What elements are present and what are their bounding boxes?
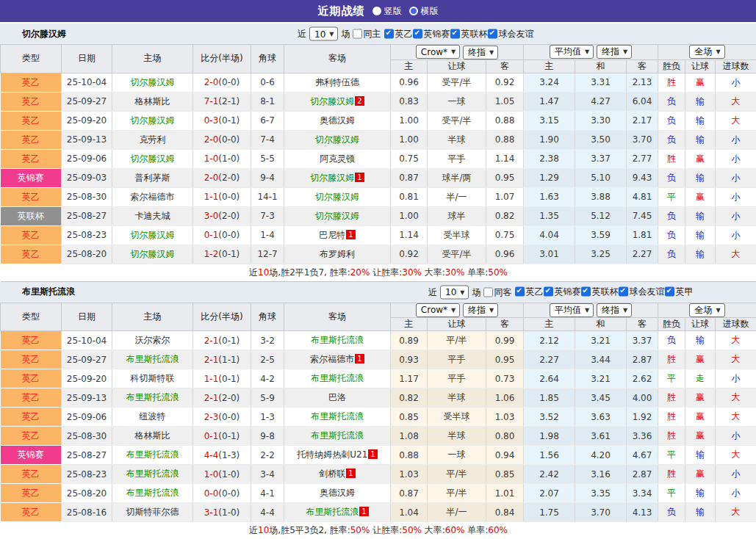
sub-column-header: 胜负: [658, 59, 685, 73]
avg-draw-cell: 3.59: [575, 225, 627, 245]
team-link[interactable]: 巴尼特: [319, 230, 345, 240]
team-link[interactable]: 布里斯托流浪: [311, 411, 364, 422]
team-link[interactable]: 切尔滕汉姆: [310, 96, 354, 106]
avg-away-cell: 9.43: [627, 168, 658, 187]
league-checkbox-英乙[interactable]: 英乙: [384, 27, 412, 40]
team-link[interactable]: 奥德汉姆: [320, 488, 355, 498]
team-link[interactable]: 切尔滕汉姆: [315, 134, 359, 145]
average-select[interactable]: 平均值▼: [550, 45, 594, 59]
away-team-cell: 切尔滕汉姆2: [284, 92, 391, 111]
same-venue-checkbox[interactable]: 同客: [483, 286, 511, 298]
same-venue-label: 同主: [363, 28, 381, 40]
team-link[interactable]: 纽波特: [140, 411, 166, 422]
odds-away-cell: 0.85: [486, 465, 524, 484]
team-link[interactable]: 切尔滕汉姆: [315, 211, 359, 221]
team-link[interactable]: 格林斯比: [135, 96, 170, 106]
team-link[interactable]: 布里斯托流浪: [126, 392, 179, 402]
team-link[interactable]: 格林斯比: [135, 430, 170, 441]
league-checkbox-英乙[interactable]: 英乙: [515, 286, 543, 298]
team-link[interactable]: 切尔滕汉姆: [131, 77, 175, 87]
odds-away-cell: 1.07: [486, 187, 524, 206]
team-name[interactable]: 切尔滕汉姆: [0, 28, 66, 40]
scope-select[interactable]: 全场▼: [689, 303, 724, 317]
column-header: 日期: [62, 303, 112, 331]
league-checkbox-英联杯[interactable]: 英联杯: [450, 27, 487, 40]
match-type-cell: 英乙: [1, 187, 62, 206]
team-link[interactable]: 弗利特伍德: [315, 77, 359, 87]
odds-home-cell: 1.00: [391, 111, 428, 130]
team-link[interactable]: 巴洛: [328, 392, 346, 402]
odds-away-cell: 1.14: [486, 149, 524, 168]
chevron-down-icon: ▼: [585, 48, 589, 55]
team-link[interactable]: 布里斯托流浪: [126, 469, 179, 479]
league-checkbox-英锦赛[interactable]: 英锦赛: [413, 27, 450, 40]
corner-cell: 3-2: [251, 331, 284, 350]
team-link[interactable]: 布罗姆利: [320, 249, 355, 259]
same-venue-checkbox[interactable]: 同主: [353, 28, 381, 40]
league-checkbox-英锦赛[interactable]: 英锦赛: [544, 286, 580, 298]
team-link[interactable]: 索尔福德市: [131, 192, 175, 202]
team-link[interactable]: 切尔滕汉姆: [131, 230, 175, 240]
avg-final-odds-select[interactable]: 终指▼: [597, 45, 632, 59]
score-cell: 1-1(0-1): [193, 369, 251, 388]
team-link[interactable]: 剑桥联: [319, 469, 345, 479]
team-link[interactable]: 布里斯托流浪: [306, 507, 359, 517]
team-link[interactable]: 沃尔索尔: [135, 335, 170, 345]
away-team-cell: 切尔滕汉姆: [284, 206, 391, 225]
league-checkbox-英联杯[interactable]: 英联杯: [581, 286, 618, 298]
bookmaker-select[interactable]: Crow*▼: [416, 303, 460, 317]
home-team-cell: 卡迪夫城: [112, 206, 193, 225]
scope-select[interactable]: 全场▼: [689, 45, 724, 59]
table-body: 英乙25-10-04切尔滕汉姆2-0(0-0)0-6弗利特伍德0.96受平/半0…: [1, 73, 756, 264]
avg-home-cell: 2.12: [524, 331, 575, 350]
team-link[interactable]: 托特纳姆热刺U21: [297, 449, 367, 460]
team-link[interactable]: 克劳利: [140, 134, 166, 145]
match-count-select[interactable]: 10▼: [440, 285, 469, 299]
result-handicap-cell: 输: [685, 245, 716, 264]
summary-value: 60%: [445, 525, 465, 535]
league-checkbox-英甲[interactable]: 英甲: [665, 286, 693, 298]
match-count-select[interactable]: 10▼: [309, 27, 338, 41]
league-checkbox-球会友谊[interactable]: 球会友谊: [488, 27, 533, 40]
team-link[interactable]: 索尔福德市: [310, 354, 354, 364]
team-link[interactable]: 切尔滕汉姆: [315, 192, 359, 202]
home-team-cell: 切斯特菲尔德: [112, 503, 193, 522]
team-link[interactable]: 奥德汉姆: [320, 115, 355, 126]
average-select[interactable]: 平均值▼: [550, 303, 594, 317]
team-link[interactable]: 切尔滕汉姆: [131, 249, 175, 259]
avg-away-cell: 4.00: [627, 388, 658, 408]
team-link[interactable]: 布里斯托流浪: [126, 488, 179, 498]
match-row: 英乙25-10-04切尔滕汉姆2-0(0-0)0-6弗利特伍德0.96受平/半0…: [1, 73, 756, 92]
odds-away-cell: 0.95: [486, 350, 524, 369]
final-odds-select[interactable]: 终指▼: [463, 46, 498, 59]
team-link[interactable]: 卡迪夫城: [135, 211, 170, 221]
team-link[interactable]: 布里斯托流浪: [126, 354, 179, 364]
result-winlose-cell: 胜: [658, 465, 685, 484]
odds-away-cell: 0.84: [486, 503, 524, 522]
league-checkbox-球会友谊[interactable]: 球会友谊: [619, 286, 664, 298]
result-winlose-cell: 胜: [658, 73, 685, 92]
team-link[interactable]: 布里斯托流浪: [311, 430, 364, 441]
column-header: 角球: [251, 303, 284, 331]
final-odds-select-value: 终指: [468, 304, 486, 316]
layout-option-vertical[interactable]: 竖版: [372, 5, 402, 18]
team-link[interactable]: 切斯特菲尔德: [126, 507, 179, 517]
final-odds-select[interactable]: 终指▼: [463, 303, 498, 317]
home-team-cell: 切尔滕汉姆: [112, 111, 193, 130]
team-name[interactable]: 布里斯托流浪: [0, 286, 75, 298]
team-link[interactable]: 切尔滕汉姆: [131, 153, 175, 164]
team-link[interactable]: 科切斯特联: [131, 373, 175, 383]
team-link[interactable]: 布里斯托流浪: [126, 449, 179, 460]
bookmaker-select[interactable]: Crow*▼: [416, 45, 460, 59]
team-link[interactable]: 阿克灵顿: [320, 153, 355, 164]
layout-option-horizontal[interactable]: 横版: [409, 5, 439, 18]
team-link[interactable]: 普利茅斯: [135, 173, 170, 183]
team-link[interactable]: 布里斯托流浪: [311, 373, 364, 383]
score-cell: 0-3(0-1): [193, 111, 251, 130]
avg-home-cell: 1.63: [524, 187, 575, 206]
team-link[interactable]: 切尔滕汉姆: [310, 173, 354, 183]
team-link[interactable]: 切尔滕汉姆: [131, 115, 175, 126]
team-link[interactable]: 布里斯托流浪: [311, 335, 364, 345]
corner-cell: 12-7: [251, 245, 284, 264]
avg-final-odds-select[interactable]: 终指▼: [597, 303, 632, 317]
